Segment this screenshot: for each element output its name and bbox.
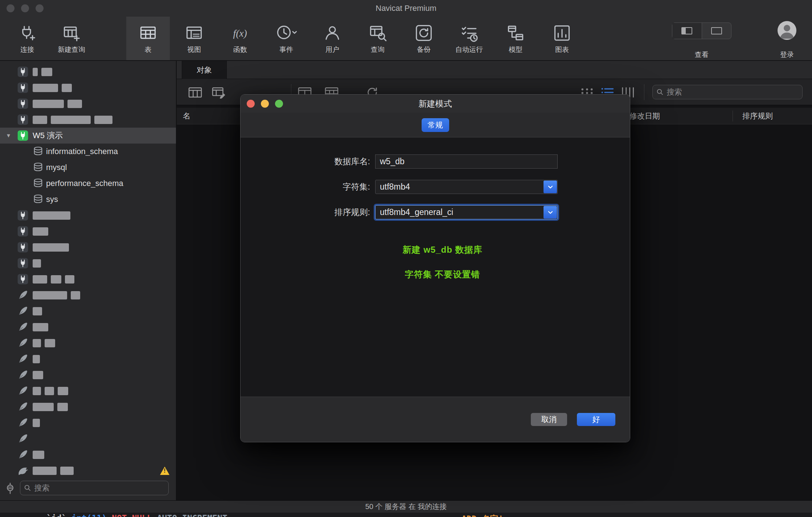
redacted-label: [33, 355, 40, 363]
sidebar-item-connection[interactable]: [0, 271, 176, 287]
redacted-label: [33, 339, 41, 347]
redacted-label: [71, 291, 80, 299]
design-table-button[interactable]: [210, 85, 227, 100]
new-schema-dialog: 新建模式 常规 数据库名: 字符集: utf8mb4: [240, 94, 630, 442]
quill-icon: [17, 306, 28, 317]
toolbar-item-label: 图表: [555, 45, 569, 54]
sidebar-item-connection[interactable]: [0, 64, 176, 80]
sidebar-item-database[interactable]: performance_schema: [0, 175, 176, 191]
column-header-name[interactable]: 名: [183, 108, 190, 124]
toolbar-item-model[interactable]: 模型: [494, 17, 537, 60]
chevron-down-icon[interactable]: [544, 181, 557, 193]
connection-toggle-icon[interactable]: [4, 482, 16, 495]
show-sidebar-toggle[interactable]: [672, 23, 702, 39]
sql-token: NOT NULL: [112, 513, 157, 517]
field-row-charset: 字符集: utf8mb4: [241, 180, 630, 194]
toolbar-item-views[interactable]: 视图: [172, 17, 216, 60]
redacted-label: [33, 419, 40, 427]
column-header-modified-date[interactable]: 修改日期: [629, 108, 660, 124]
sidebar-item-label: information_schema: [46, 147, 118, 156]
toolbar-item-label: 视图: [187, 45, 201, 54]
sidebar-item-connection[interactable]: [0, 319, 176, 335]
sidebar-item-connection[interactable]: [0, 447, 176, 463]
annotation-line: 字符集 不要设置错: [248, 269, 630, 280]
toolbar-item-automation[interactable]: 自动运行: [447, 17, 491, 60]
sidebar-item-database[interactable]: mysql: [0, 160, 176, 175]
sidebar-item-connection[interactable]: [0, 303, 176, 319]
login-avatar[interactable]: [778, 21, 796, 40]
sidebar-item-connection[interactable]: [0, 383, 176, 399]
database-name-input[interactable]: [375, 154, 558, 169]
sidebar-search[interactable]: [20, 481, 169, 495]
sidebar-item-connection[interactable]: [0, 287, 176, 303]
toolbar-item-events[interactable]: 事件: [264, 17, 308, 60]
toolbar-item-users[interactable]: 用户: [311, 17, 354, 60]
window-title: Navicat Premium: [0, 0, 812, 17]
sidebar-item-database[interactable]: sys: [0, 191, 176, 207]
sidebar-item-connection[interactable]: [0, 239, 176, 255]
sidebar-search-input[interactable]: [34, 484, 165, 492]
dialog-minimize-button[interactable]: [261, 100, 269, 108]
toolbar-item-tables[interactable]: 表: [126, 17, 170, 60]
bar-chart-icon: [553, 21, 571, 45]
sidebar-item-label: performance_schema: [46, 179, 123, 188]
sidebar-item-connection[interactable]: [0, 415, 176, 431]
tab-objects[interactable]: 对象: [182, 61, 227, 79]
status-bar: 50 个 服务器 在 我的连接: [0, 500, 812, 513]
collation-select[interactable]: utf8mb4_general_ci: [375, 205, 558, 219]
sidebar-item-label: sys: [46, 195, 58, 204]
column-header-collation[interactable]: 排序规则: [742, 108, 773, 124]
sidebar-item-connection[interactable]: [0, 335, 176, 351]
redacted-label: [33, 243, 69, 252]
toolbar-item-charts[interactable]: 图表: [540, 17, 584, 60]
show-info-toggle[interactable]: [702, 23, 731, 39]
redacted-label: [67, 100, 82, 108]
disclosure-triangle-icon[interactable]: ▼: [6, 132, 11, 138]
sidebar-item-connection[interactable]: [0, 223, 176, 239]
status-text: 50 个 服务器 在 我的连接: [365, 502, 447, 512]
sidebar-item-connection[interactable]: [0, 112, 176, 128]
charset-select[interactable]: utf8mb4: [375, 180, 558, 194]
redacted-label: [33, 467, 57, 475]
cancel-button[interactable]: 取消: [531, 413, 567, 426]
charset-label: 字符集:: [241, 181, 372, 193]
sidebar-item-connection[interactable]: [0, 80, 176, 96]
sidebar-item-connection[interactable]: [0, 255, 176, 271]
dialog-close-button[interactable]: [247, 100, 255, 108]
dialog-window-controls: [247, 100, 283, 108]
quill-icon: [17, 290, 28, 301]
column-separator[interactable]: [733, 111, 733, 121]
toolbar-item-connection[interactable]: 连接: [5, 17, 49, 60]
redacted-label: [33, 403, 54, 411]
checklist-clock-icon: [460, 21, 479, 45]
open-table-button[interactable]: [186, 85, 204, 100]
sidebar-item-connection[interactable]: [0, 351, 176, 367]
sidebar-item-connection[interactable]: [0, 367, 176, 383]
table-grid-icon: [139, 21, 157, 45]
sidebar-item-database[interactable]: information_schema: [0, 144, 176, 160]
dialog-zoom-button[interactable]: [275, 100, 283, 108]
toolbar-item-query[interactable]: 查询: [356, 17, 399, 60]
toolbar-item-new-query[interactable]: 新建查询: [46, 17, 97, 60]
ok-button[interactable]: 好: [577, 413, 615, 426]
view-grid-icon: [185, 21, 204, 45]
redacted-label: [33, 307, 42, 315]
dialog-header: 新建模式: [241, 95, 630, 113]
chevron-down-icon[interactable]: [544, 206, 557, 219]
panel-right-icon: [711, 27, 722, 34]
redacted-label: [45, 339, 55, 347]
restore-arrow-icon: [414, 21, 433, 45]
sidebar-item-connection[interactable]: [0, 399, 176, 415]
tab-general[interactable]: 常规: [422, 118, 449, 132]
sidebar-item-connection[interactable]: [0, 463, 176, 479]
object-search[interactable]: [652, 85, 803, 99]
object-search-input[interactable]: [667, 88, 799, 96]
redacted-label: [57, 403, 68, 411]
sidebar-item-connection[interactable]: [0, 207, 176, 223]
toolbar-item-backup[interactable]: 备份: [402, 17, 446, 60]
sidebar-item-connection[interactable]: ▼W5 演示: [0, 128, 176, 144]
toolbar-item-label: 事件: [279, 45, 293, 54]
toolbar-item-functions[interactable]: f(x) 函数: [218, 17, 262, 60]
sidebar-item-connection[interactable]: [0, 431, 176, 447]
sidebar-item-connection[interactable]: [0, 96, 176, 112]
